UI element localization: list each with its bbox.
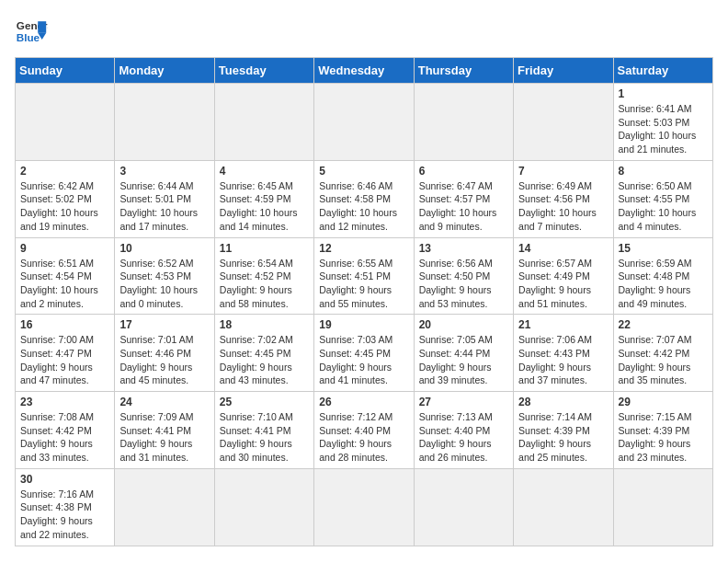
day-number: 5	[319, 165, 408, 178]
calendar-cell: 24Sunrise: 7:09 AM Sunset: 4:41 PM Dayli…	[115, 392, 214, 469]
day-number: 2	[20, 165, 109, 178]
day-info: Sunrise: 7:08 AM Sunset: 4:42 PM Dayligh…	[20, 410, 109, 465]
day-number: 17	[119, 318, 209, 331]
day-info: Sunrise: 7:07 AM Sunset: 4:42 PM Dayligh…	[619, 333, 708, 387]
calendar-cell: 16Sunrise: 7:00 AM Sunset: 4:47 PM Dayli…	[16, 315, 115, 392]
calendar-cell	[414, 84, 513, 161]
weekday-header-wednesday: Wednesday	[314, 58, 414, 84]
calendar-cell: 30Sunrise: 7:16 AM Sunset: 4:38 PM Dayli…	[16, 468, 115, 546]
calendar-cell	[613, 468, 712, 546]
day-info: Sunrise: 7:06 AM Sunset: 4:43 PM Dayligh…	[518, 333, 608, 387]
calendar-cell: 20Sunrise: 7:05 AM Sunset: 4:44 PM Dayli…	[414, 315, 513, 392]
calendar-week-row: 1Sunrise: 6:41 AM Sunset: 5:03 PM Daylig…	[16, 84, 713, 161]
day-number: 23	[20, 396, 109, 408]
day-info: Sunrise: 6:47 AM Sunset: 4:57 PM Dayligh…	[419, 179, 508, 234]
calendar-cell: 5Sunrise: 6:46 AM Sunset: 4:58 PM Daylig…	[314, 160, 414, 237]
calendar-cell: 27Sunrise: 7:13 AM Sunset: 4:40 PM Dayli…	[414, 392, 513, 469]
calendar-cell: 19Sunrise: 7:03 AM Sunset: 4:45 PM Dayli…	[314, 315, 414, 392]
calendar-week-row: 16Sunrise: 7:00 AM Sunset: 4:47 PM Dayli…	[16, 315, 713, 392]
day-number: 9	[20, 242, 109, 255]
svg-text:Blue: Blue	[17, 31, 40, 43]
day-number: 15	[619, 242, 708, 255]
day-number: 16	[20, 318, 109, 331]
calendar-cell: 8Sunrise: 6:50 AM Sunset: 4:55 PM Daylig…	[613, 160, 712, 237]
calendar-cell: 21Sunrise: 7:06 AM Sunset: 4:43 PM Dayli…	[514, 315, 613, 392]
day-info: Sunrise: 6:56 AM Sunset: 4:50 PM Dayligh…	[419, 257, 508, 311]
day-info: Sunrise: 7:00 AM Sunset: 4:47 PM Dayligh…	[20, 333, 109, 387]
day-info: Sunrise: 6:41 AM Sunset: 5:03 PM Dayligh…	[619, 102, 708, 156]
calendar-cell: 1Sunrise: 6:41 AM Sunset: 5:03 PM Daylig…	[613, 84, 712, 161]
day-number: 7	[518, 165, 608, 178]
svg-marker-2	[38, 21, 46, 33]
calendar-cell: 22Sunrise: 7:07 AM Sunset: 4:42 PM Dayli…	[613, 315, 712, 392]
day-info: Sunrise: 6:49 AM Sunset: 4:56 PM Dayligh…	[518, 179, 608, 234]
day-number: 25	[220, 396, 309, 408]
calendar-cell	[514, 84, 613, 161]
day-number: 18	[220, 318, 309, 331]
calendar-cell: 18Sunrise: 7:02 AM Sunset: 4:45 PM Dayli…	[214, 315, 313, 392]
calendar-cell	[214, 468, 313, 546]
day-number: 19	[319, 318, 408, 331]
day-info: Sunrise: 7:14 AM Sunset: 4:39 PM Dayligh…	[518, 410, 608, 465]
calendar-cell: 26Sunrise: 7:12 AM Sunset: 4:40 PM Dayli…	[314, 392, 414, 469]
calendar-table: SundayMondayTuesdayWednesdayThursdayFrid…	[15, 57, 713, 546]
calendar-cell	[115, 468, 214, 546]
day-number: 26	[319, 396, 408, 408]
day-info: Sunrise: 6:46 AM Sunset: 4:58 PM Dayligh…	[319, 179, 408, 234]
day-number: 13	[419, 242, 508, 255]
calendar-cell	[115, 84, 214, 161]
calendar-cell: 4Sunrise: 6:45 AM Sunset: 4:59 PM Daylig…	[214, 160, 313, 237]
calendar-cell: 9Sunrise: 6:51 AM Sunset: 4:54 PM Daylig…	[16, 237, 115, 315]
weekday-header-row: SundayMondayTuesdayWednesdayThursdayFrid…	[16, 58, 713, 84]
calendar-cell: 13Sunrise: 6:56 AM Sunset: 4:50 PM Dayli…	[414, 237, 513, 315]
day-number: 14	[518, 242, 608, 255]
page-header: General Blue	[15, 15, 713, 48]
day-number: 6	[419, 165, 508, 178]
day-info: Sunrise: 6:45 AM Sunset: 4:59 PM Dayligh…	[220, 179, 309, 234]
calendar-week-row: 2Sunrise: 6:42 AM Sunset: 5:02 PM Daylig…	[16, 160, 713, 237]
calendar-cell	[414, 468, 513, 546]
calendar-cell	[514, 468, 613, 546]
calendar-cell: 6Sunrise: 6:47 AM Sunset: 4:57 PM Daylig…	[414, 160, 513, 237]
calendar-cell: 15Sunrise: 6:59 AM Sunset: 4:48 PM Dayli…	[613, 237, 712, 315]
calendar-cell: 10Sunrise: 6:52 AM Sunset: 4:53 PM Dayli…	[115, 237, 214, 315]
day-info: Sunrise: 7:03 AM Sunset: 4:45 PM Dayligh…	[319, 333, 408, 387]
calendar-week-row: 9Sunrise: 6:51 AM Sunset: 4:54 PM Daylig…	[16, 237, 713, 315]
day-number: 27	[419, 396, 508, 408]
calendar-cell: 23Sunrise: 7:08 AM Sunset: 4:42 PM Dayli…	[16, 392, 115, 469]
weekday-header-tuesday: Tuesday	[214, 58, 313, 84]
day-info: Sunrise: 7:15 AM Sunset: 4:39 PM Dayligh…	[619, 410, 708, 465]
day-number: 24	[119, 396, 209, 408]
day-number: 3	[119, 165, 209, 178]
calendar-cell: 12Sunrise: 6:55 AM Sunset: 4:51 PM Dayli…	[314, 237, 414, 315]
calendar-cell: 14Sunrise: 6:57 AM Sunset: 4:49 PM Dayli…	[514, 237, 613, 315]
weekday-header-monday: Monday	[115, 58, 214, 84]
day-info: Sunrise: 6:55 AM Sunset: 4:51 PM Dayligh…	[319, 257, 408, 311]
calendar-cell: 2Sunrise: 6:42 AM Sunset: 5:02 PM Daylig…	[16, 160, 115, 237]
day-info: Sunrise: 6:51 AM Sunset: 4:54 PM Dayligh…	[20, 257, 109, 311]
day-number: 11	[220, 242, 309, 255]
day-number: 12	[319, 242, 408, 255]
day-number: 10	[119, 242, 209, 255]
day-info: Sunrise: 7:09 AM Sunset: 4:41 PM Dayligh…	[119, 410, 209, 465]
calendar-cell	[16, 84, 115, 161]
day-number: 22	[619, 318, 708, 331]
day-info: Sunrise: 7:12 AM Sunset: 4:40 PM Dayligh…	[319, 410, 408, 465]
day-number: 8	[619, 165, 708, 178]
day-info: Sunrise: 7:13 AM Sunset: 4:40 PM Dayligh…	[419, 410, 508, 465]
logo: General Blue	[15, 15, 48, 48]
day-info: Sunrise: 7:02 AM Sunset: 4:45 PM Dayligh…	[220, 333, 309, 387]
calendar-cell: 3Sunrise: 6:44 AM Sunset: 5:01 PM Daylig…	[115, 160, 214, 237]
day-info: Sunrise: 7:16 AM Sunset: 4:38 PM Dayligh…	[20, 488, 109, 542]
day-info: Sunrise: 6:42 AM Sunset: 5:02 PM Dayligh…	[20, 179, 109, 234]
calendar-cell: 7Sunrise: 6:49 AM Sunset: 4:56 PM Daylig…	[514, 160, 613, 237]
day-info: Sunrise: 6:57 AM Sunset: 4:49 PM Dayligh…	[518, 257, 608, 311]
day-number: 21	[518, 318, 608, 331]
day-info: Sunrise: 7:10 AM Sunset: 4:41 PM Dayligh…	[220, 410, 309, 465]
weekday-header-friday: Friday	[514, 58, 613, 84]
day-number: 29	[619, 396, 708, 408]
day-info: Sunrise: 6:59 AM Sunset: 4:48 PM Dayligh…	[619, 257, 708, 311]
calendar-cell: 17Sunrise: 7:01 AM Sunset: 4:46 PM Dayli…	[115, 315, 214, 392]
calendar-cell: 29Sunrise: 7:15 AM Sunset: 4:39 PM Dayli…	[613, 392, 712, 469]
calendar-cell	[314, 468, 414, 546]
